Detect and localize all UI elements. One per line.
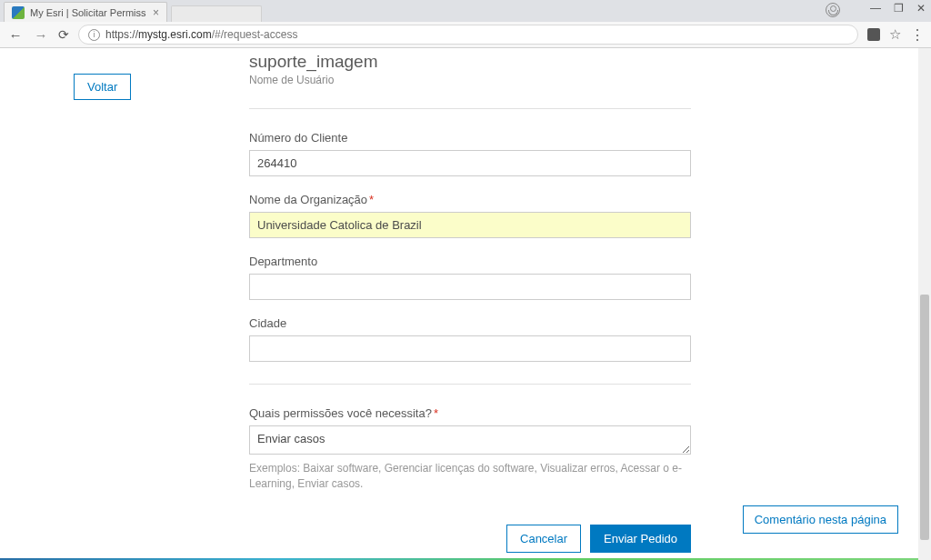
- url-field[interactable]: i https://mystg.esri.com/#/request-acces…: [78, 25, 858, 45]
- org-name-label: Nome da Organização*: [249, 193, 691, 206]
- tab-bar: My Esri | Solicitar Permiss × — ❐ ✕: [0, 0, 931, 22]
- tab-close-icon[interactable]: ×: [153, 6, 159, 19]
- page-feedback-button[interactable]: Comentário nesta página: [743, 505, 898, 534]
- url-text: https://mystg.esri.com/#/request-access: [105, 28, 297, 41]
- username-sublabel: Nome de Usuário: [249, 74, 691, 86]
- org-name-label-text: Nome da Organização: [249, 193, 367, 206]
- url-host: mystg.esri.com: [138, 28, 212, 41]
- window-controls: — ❐ ✕: [870, 2, 926, 15]
- address-bar: ← → ⟳ i https://mystg.esri.com/#/request…: [0, 22, 931, 47]
- department-input[interactable]: [249, 274, 691, 300]
- profile-icon[interactable]: [826, 3, 840, 17]
- url-path: /#/request-access: [212, 28, 298, 41]
- chrome-action-icons: ☆ ⋮: [867, 26, 924, 44]
- browser-tab[interactable]: My Esri | Solicitar Permiss ×: [4, 2, 167, 22]
- field-permissions: Quais permissões você necessita?* Exempl…: [249, 406, 691, 492]
- scrollbar[interactable]: [918, 48, 931, 560]
- divider: [249, 384, 691, 385]
- viewport: Voltar suporte_imagem Nome de Usuário Nú…: [0, 48, 931, 560]
- tab-title: My Esri | Solicitar Permiss: [30, 7, 147, 18]
- bookmark-icon[interactable]: ☆: [889, 26, 901, 43]
- field-city: Cidade: [249, 316, 691, 362]
- customer-number-input[interactable]: [249, 150, 691, 176]
- customer-number-label: Número do Cliente: [249, 131, 691, 145]
- minimize-icon[interactable]: —: [870, 2, 881, 15]
- department-label: Departmento: [249, 255, 691, 268]
- tab-favicon: [12, 6, 25, 19]
- reload-icon[interactable]: ⟳: [58, 27, 69, 42]
- close-window-icon[interactable]: ✕: [916, 2, 926, 15]
- city-input[interactable]: [249, 335, 691, 362]
- field-customer-number: Número do Cliente: [249, 131, 691, 176]
- city-label: Cidade: [249, 316, 691, 330]
- username-heading: suporte_imagem: [249, 52, 691, 72]
- back-button[interactable]: Voltar: [74, 74, 131, 100]
- content-area: Voltar suporte_imagem Nome de Usuário Nú…: [0, 48, 931, 560]
- required-asterisk: *: [369, 193, 374, 206]
- maximize-icon[interactable]: ❐: [894, 2, 904, 15]
- permissions-label-text: Quais permissões você necessita?: [249, 406, 432, 420]
- page-inner: Voltar suporte_imagem Nome de Usuário Nú…: [9, 48, 922, 560]
- permissions-hint: Exemplos: Baixar software, Gerenciar lic…: [249, 461, 691, 492]
- url-scheme: https://: [105, 28, 138, 41]
- translate-icon[interactable]: [867, 28, 880, 41]
- new-tab-placeholder[interactable]: [171, 5, 262, 22]
- field-department: Departmento: [249, 255, 691, 300]
- form-actions: Cancelar Enviar Pedido: [249, 525, 691, 553]
- forward-icon[interactable]: →: [33, 27, 49, 43]
- divider: [249, 108, 691, 109]
- permissions-label: Quais permissões você necessita?*: [249, 406, 691, 420]
- browser-chrome: My Esri | Solicitar Permiss × — ❐ ✕ ← → …: [0, 0, 931, 48]
- submit-button[interactable]: Enviar Pedido: [590, 525, 691, 553]
- request-access-form: suporte_imagem Nome de Usuário Número do…: [249, 48, 691, 553]
- back-icon[interactable]: ←: [7, 27, 24, 43]
- menu-icon[interactable]: ⋮: [910, 26, 924, 44]
- field-org-name: Nome da Organização*: [249, 193, 691, 238]
- permissions-textarea[interactable]: [249, 425, 691, 455]
- cancel-button[interactable]: Cancelar: [506, 525, 581, 553]
- scrollbar-thumb[interactable]: [920, 295, 929, 541]
- org-name-input[interactable]: [249, 212, 691, 238]
- site-info-icon[interactable]: i: [88, 29, 100, 41]
- required-asterisk: *: [434, 406, 438, 420]
